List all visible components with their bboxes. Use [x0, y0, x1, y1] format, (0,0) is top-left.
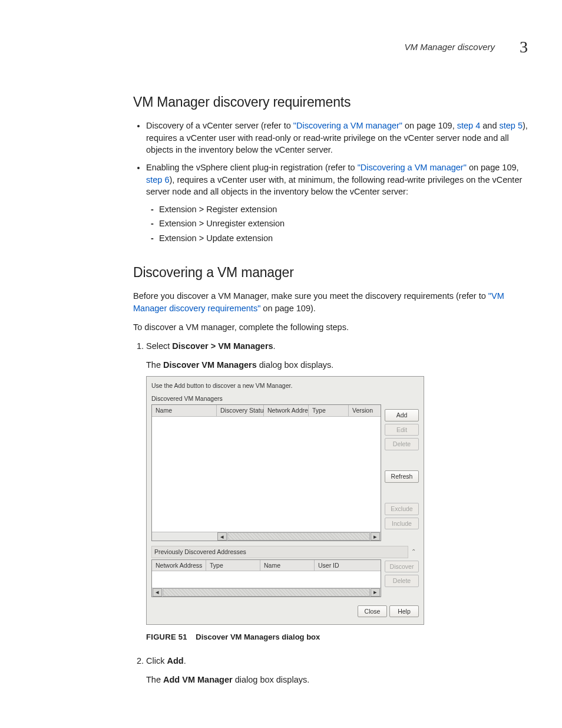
- text: Discovery of a vCenter server (refer to: [146, 121, 293, 130]
- link-step-6[interactable]: step 6: [146, 175, 170, 185]
- chevron-up-icon: ⌃: [411, 548, 416, 556]
- dialog-figure: Use the Add button to discover a new VM …: [146, 376, 533, 625]
- content-column: VM Manager discovery requirements Discov…: [133, 93, 533, 686]
- ext-update: -Extension > Update extension: [159, 232, 533, 244]
- text: .: [184, 656, 186, 666]
- page: VM Manager discovery 3 VM Manager discov…: [0, 0, 562, 728]
- col-network-address[interactable]: Network Address: [152, 560, 206, 571]
- prev-side-buttons: Discover Delete: [385, 559, 419, 597]
- lead-paragraph: To discover a VM manager, complete the f…: [133, 321, 533, 333]
- help-button[interactable]: Help: [389, 605, 419, 618]
- action: Add: [167, 656, 183, 666]
- text: dialog box displays.: [233, 675, 310, 684]
- heading-requirements: VM Manager discovery requirements: [133, 93, 533, 111]
- dialog-instruction: Use the Add button to discover a new VM …: [147, 377, 424, 393]
- prev-table-body: [152, 571, 381, 587]
- col-version[interactable]: Version: [349, 405, 381, 416]
- col-discovery-status[interactable]: Discovery Status: [217, 405, 264, 416]
- collapse-icon[interactable]: ⌃: [408, 548, 419, 556]
- text: on page 109,: [402, 121, 457, 130]
- prev-row: Network Address Type Name User ID ◂ ▸: [147, 559, 424, 601]
- menu-path: Discover > VM Managers: [172, 341, 273, 351]
- discover-button[interactable]: Discover: [385, 561, 419, 573]
- scroll-right-icon[interactable]: ▸: [371, 532, 380, 541]
- text: Click: [146, 656, 167, 666]
- discovered-scrollbar[interactable]: ◂ ▸: [152, 532, 381, 541]
- steps-list: Select Discover > VM Managers.: [133, 340, 533, 352]
- ext-text: Extension > Update extension: [159, 233, 273, 243]
- col-user-id[interactable]: User ID: [315, 560, 381, 571]
- figure-caption: FIGURE 51 Discover VM Managers dialog bo…: [146, 632, 533, 643]
- scroll-right-icon[interactable]: ▸: [371, 588, 380, 597]
- scroll-left-icon[interactable]: ◂: [153, 588, 162, 597]
- figure-number: FIGURE 51: [146, 633, 187, 641]
- discovered-row: Name Discovery Status Network Address Ty…: [147, 404, 424, 545]
- col-name[interactable]: Name: [152, 405, 217, 416]
- step-1: Select Discover > VM Managers.: [146, 340, 533, 352]
- text: Select: [146, 341, 172, 351]
- delete-button[interactable]: Delete: [385, 575, 419, 587]
- text: Before you discover a VM Manager, make s…: [133, 291, 488, 301]
- discovered-table: Name Discovery Status Network Address Ty…: [151, 404, 381, 541]
- col-type[interactable]: Type: [309, 405, 349, 416]
- text: on page 109,: [467, 163, 519, 172]
- link-step-4[interactable]: step 4: [457, 121, 481, 130]
- scroll-track[interactable]: [227, 532, 370, 541]
- dialog-footer: Close Help: [147, 601, 424, 625]
- link-discovering-vm-manager[interactable]: "Discovering a VM manager": [293, 121, 402, 130]
- link-step-5[interactable]: step 5: [499, 121, 523, 130]
- exclude-button[interactable]: Exclude: [385, 503, 419, 515]
- heading-discovering: Discovering a VM manager: [133, 263, 533, 282]
- text: ), requires a vCenter user with, at mini…: [146, 175, 522, 196]
- text: .: [273, 341, 276, 351]
- intro-paragraph: Before you discover a VM Manager, make s…: [133, 290, 533, 314]
- ext-register: -Extension > Register extension: [159, 203, 533, 215]
- discovered-table-body: [152, 417, 381, 532]
- discovered-table-header: Name Discovery Status Network Address Ty…: [152, 405, 381, 417]
- running-header-title: VM Manager discovery: [405, 41, 495, 53]
- running-header: VM Manager discovery 3: [53, 35, 533, 58]
- discovered-label: Discovered VM Managers: [147, 392, 424, 404]
- discovered-side-buttons: Add Edit Delete Refresh Exclude Include: [385, 404, 419, 541]
- text: The: [146, 675, 163, 684]
- add-button[interactable]: Add: [385, 409, 419, 421]
- scroll-track[interactable]: [163, 588, 370, 597]
- step-1-body: The Discover VM Managers dialog box disp…: [146, 359, 533, 371]
- steps-list-2: Click Add.: [133, 655, 533, 667]
- prev-table: Network Address Type Name User ID ◂ ▸: [151, 559, 381, 597]
- text: The: [146, 360, 163, 370]
- discover-vm-managers-dialog: Use the Add button to discover a new VM …: [146, 376, 424, 625]
- ext-text: Extension > Unregister extension: [159, 219, 285, 228]
- col-name[interactable]: Name: [260, 560, 315, 571]
- req-bullet-2: Enabling the vSphere client plug-in regi…: [146, 162, 533, 244]
- figure-caption-text: Discover VM Managers dialog box: [196, 633, 320, 641]
- delete-button[interactable]: Delete: [385, 438, 419, 450]
- dialog-name: Add VM Manager: [163, 675, 233, 684]
- ext-text: Extension > Register extension: [159, 205, 277, 214]
- prev-label: Previously Discovered Addresses: [151, 546, 408, 558]
- step-2-body: The Add VM Manager dialog box displays.: [146, 674, 533, 686]
- scroll-left-icon[interactable]: ◂: [217, 532, 227, 541]
- prev-scrollbar[interactable]: ◂ ▸: [152, 588, 381, 597]
- step-2: Click Add.: [146, 655, 533, 667]
- chapter-number: 3: [520, 35, 528, 58]
- ext-unregister: -Extension > Unregister extension: [159, 218, 533, 229]
- requirements-list: Discovery of a vCenter server (refer to …: [133, 120, 533, 244]
- prev-table-header: Network Address Type Name User ID: [152, 560, 381, 572]
- text: on page 109).: [260, 304, 316, 313]
- link-discovering-vm-manager[interactable]: "Discovering a VM manager": [358, 163, 467, 172]
- col-network-address[interactable]: Network Address: [264, 405, 309, 416]
- dialog-name: Discover VM Managers: [163, 360, 257, 370]
- close-button[interactable]: Close: [358, 605, 387, 618]
- text: and: [480, 121, 499, 130]
- text: Enabling the vSphere client plug-in regi…: [146, 163, 358, 172]
- text: dialog box displays.: [257, 360, 334, 370]
- include-button[interactable]: Include: [385, 518, 419, 530]
- prev-separator: Previously Discovered Addresses ⌃: [147, 545, 424, 559]
- edit-button[interactable]: Edit: [385, 424, 419, 436]
- extension-list: -Extension > Register extension -Extensi…: [146, 203, 533, 244]
- refresh-button[interactable]: Refresh: [385, 470, 419, 483]
- req-bullet-1: Discovery of a vCenter server (refer to …: [146, 120, 533, 156]
- col-type[interactable]: Type: [206, 560, 260, 571]
